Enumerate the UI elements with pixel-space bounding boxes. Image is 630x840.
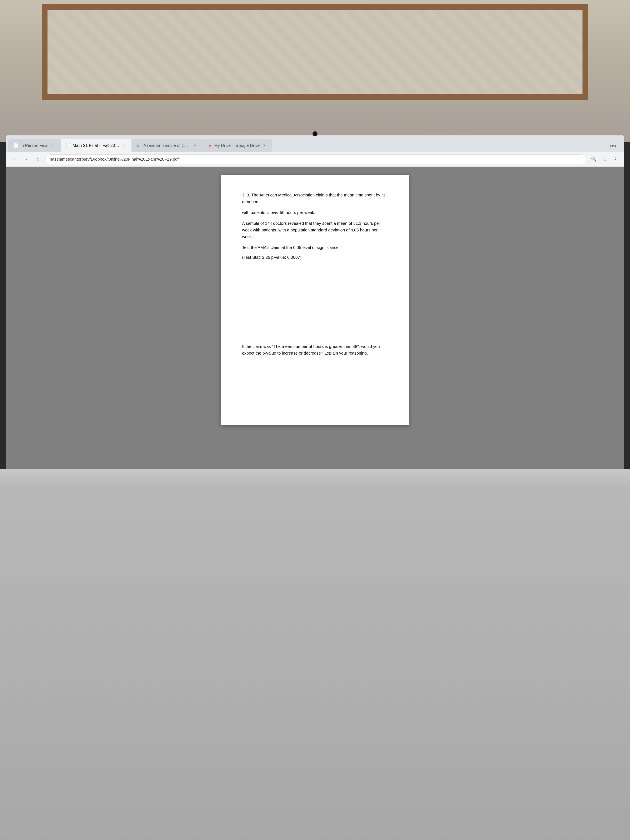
star-icon[interactable]: ☆ xyxy=(600,155,609,164)
tab-in-person-final[interactable]: 📄 In Person Final ✕ xyxy=(8,139,61,152)
pdf-q3-number: 3. xyxy=(242,193,247,197)
tab-1-label: In Person Final xyxy=(21,143,49,148)
picture-frame-inner xyxy=(47,10,583,94)
forward-button[interactable]: › xyxy=(22,155,30,164)
address-bar-area: ‹ › ↻ nasejamescanterbury/Dropbox/Online… xyxy=(6,152,624,167)
toolbar-icons: 🔍 ☆ ⋮ xyxy=(590,155,620,164)
tab-4-close[interactable]: ✕ xyxy=(262,143,267,148)
tab-2-label: Math 21 Final – Fall 2009 xyxy=(73,143,119,148)
tab-1-favicon: 📄 xyxy=(13,143,18,148)
chrome-profile-label: chase xyxy=(606,144,617,148)
address-bar[interactable]: nasejamescanterbury/Dropbox/Online%20Fin… xyxy=(46,155,586,164)
picture-frame xyxy=(42,4,588,100)
reload-button[interactable]: ↻ xyxy=(34,155,42,164)
tab-4-label: My Drive – Google Drive xyxy=(215,143,260,148)
pdf-question-3-instruction: Test the AMA's claim at the 0.05 level o… xyxy=(242,244,388,251)
pdf-question-3-header: 3. 3. The American Medical Association c… xyxy=(242,192,388,205)
tab-bar: 📄 In Person Final ✕ 📄 Math 21 Final – Fa… xyxy=(6,136,624,152)
tab-math-21-final[interactable]: 📄 Math 21 Final – Fall 2009 ✕ xyxy=(61,139,131,152)
browser-content: 3. 3. The American Medical Association c… xyxy=(6,167,624,469)
tab-random-sample[interactable]: G A random sample of 100 COS ✕ xyxy=(131,139,202,152)
tab-2-favicon: 📄 xyxy=(66,143,71,148)
back-button[interactable]: ‹ xyxy=(10,155,19,164)
address-bar-url: nasejamescanterbury/Dropbox/Online%20Fin… xyxy=(50,157,178,162)
tab-3-favicon: G xyxy=(136,143,142,148)
wall-background xyxy=(0,0,630,142)
browser-window: 📄 In Person Final ✕ 📄 Math 21 Final – Fa… xyxy=(6,136,624,469)
tab-3-close[interactable]: ✕ xyxy=(192,143,197,148)
pdf-question-3-body: A sample of 144 doctors revealed that th… xyxy=(242,220,388,240)
tab-4-favicon: 🔺 xyxy=(207,143,212,148)
laptop-body: esc ☀ ☀☀ ⊞ ⊟ 🔅 🔆 ⏮ ⏯ ⏭ 🔇 🔉 🔊 ⏻ ~` !1 @2 … xyxy=(0,469,630,840)
menu-icon[interactable]: ⋮ xyxy=(611,155,620,164)
pdf-question-3-answer: (Test Stat: 3.26 p-value: 0.0007) xyxy=(242,255,388,260)
pdf-question-3-sub: with patients is over 50 hours per week. xyxy=(242,209,388,216)
tab-my-drive[interactable]: 🔺 My Drive – Google Drive ✕ xyxy=(202,139,272,152)
tab-1-close[interactable]: ✕ xyxy=(51,143,55,148)
tab-2-close[interactable]: ✕ xyxy=(122,143,126,148)
search-icon[interactable]: 🔍 xyxy=(590,155,598,164)
webcam xyxy=(313,131,317,136)
pdf-question-3-bottom: If the claim was "The mean number of hou… xyxy=(242,343,388,357)
tab-3-label: A random sample of 100 COS xyxy=(144,143,190,148)
pdf-page: 3. 3. The American Medical Association c… xyxy=(221,175,409,425)
